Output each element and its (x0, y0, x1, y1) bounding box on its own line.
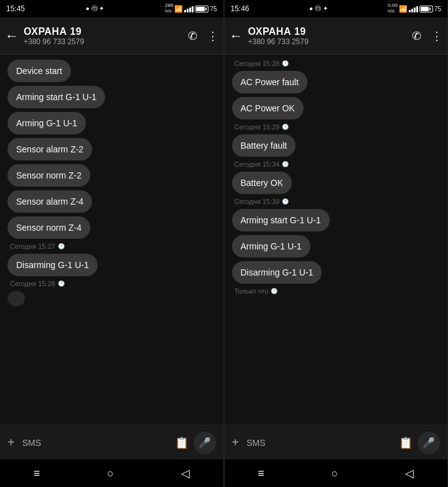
mic-button-right[interactable]: 🎤 (418, 432, 440, 454)
contact-name-left: ОХРАНА 19 (24, 26, 188, 37)
bottom-bar-right: + SMS 📋 🎤 (225, 425, 448, 460)
ts-icon-r1: 🕐 (282, 60, 289, 67)
msg-sensor-norm-z4: Sensor norm Z-4 (7, 216, 90, 239)
contact-info-right: ОХРАНА 19 +380 96 733 2579 (248, 26, 413, 46)
center-status-right: ● ⓜ ✦ (309, 4, 328, 13)
msg-arming-g1-r: Arming G-1 U-1 (232, 235, 310, 257)
attach-icon-left[interactable]: 📋 (175, 436, 189, 450)
msg-ac-power-fault: AC Power fault (232, 71, 307, 93)
battery-tip-left (205, 7, 207, 11)
ts-icon-1: 🕐 (58, 243, 65, 249)
plus-icon-right[interactable]: + (232, 435, 240, 450)
msg-sensor-alarm-z4: Sensor alarm Z-4 (7, 190, 92, 213)
nav-bar-right: ≡ ○ ◁ (225, 460, 448, 487)
ts-1527: Сегодня 15:27 🕐 (10, 243, 213, 250)
speed-left: 286n/s (165, 3, 173, 14)
bar3r (414, 7, 416, 12)
attach-icon-right[interactable]: 📋 (399, 436, 413, 450)
bar1 (184, 10, 186, 12)
msg-device-start: Device start (7, 60, 71, 82)
msg-arming-g1: Arming G-1 U-1 (7, 112, 86, 134)
ts-icon-r3: 🕐 (282, 161, 289, 167)
contact-info-left: ОХРАНА 19 +380 96 733 2579 (24, 26, 188, 46)
ts-1528: Сегодня 15:28 🕐 (10, 280, 213, 287)
mic-icon-left: 🎤 (198, 437, 211, 448)
battery-pct-right: 75 (434, 6, 441, 12)
msg-truncated (7, 291, 25, 306)
signal-bars-right (409, 5, 418, 12)
msg-disarming-g1: Disarming G-1 U-1 (7, 254, 98, 276)
battery-fill-right (421, 7, 429, 11)
msg-disarming-g1-r: Disarming G-1 U-1 (232, 261, 322, 284)
chat-header-right: ← ОХРАНА 19 +380 96 733 2579 ✆ ⋮ (225, 17, 448, 55)
msg-arming-start-g1: Arming start G-1 U-1 (7, 86, 105, 108)
bar4 (192, 6, 194, 12)
ts-icon-r5: 🕐 (271, 288, 278, 294)
msg-battery-ok: Battery OK (232, 172, 292, 194)
chat-header-left: ← ОХРАНА 19 +380 96 733 2579 ✆ ⋮ (0, 17, 223, 55)
nav-back-left[interactable]: ◁ (181, 466, 190, 480)
ts-just-now: Только что 🕐 (235, 287, 438, 295)
center-status-left: ● ⓜ ✦ (86, 4, 105, 13)
msg-ac-power-ok: AC Power OK (232, 97, 304, 119)
panel-right: 15:46 ● ⓜ ✦ 0,00n/s 📶 75 ← ОХРАНА 19 +38… (225, 0, 449, 487)
notification-dot-right: ● ⓜ ✦ (309, 4, 328, 13)
messages-area-right: Сегодня 15:28 🕐 AC Power fault AC Power … (225, 55, 448, 425)
nav-home-left[interactable]: ○ (107, 467, 114, 480)
contact-phone-right: +380 96 733 2579 (248, 37, 413, 46)
panel-left: 15:45 ● ⓜ ✦ 286n/s 📶 75 ← ОХРАНА 19 +380… (0, 0, 224, 487)
msg-sensor-norm-z2: Sensor norm Z-2 (7, 164, 90, 187)
ts-1529-r: Сегодня 15:29 🕐 (235, 123, 438, 131)
notification-dot-left: ● ⓜ ✦ (86, 4, 105, 13)
messages-area-left: Device start Arming start G-1 U-1 Arming… (0, 55, 223, 425)
status-bar-left: 15:45 ● ⓜ ✦ 286n/s 📶 75 (0, 0, 223, 17)
header-actions-right: ✆ ⋮ (412, 29, 442, 43)
bar4r (416, 6, 418, 12)
battery-right (419, 6, 433, 12)
call-icon-left[interactable]: ✆ (188, 29, 197, 43)
nav-home-right[interactable]: ○ (332, 467, 338, 480)
more-icon-right[interactable]: ⋮ (431, 29, 442, 43)
bar1r (409, 10, 411, 12)
back-button-right[interactable]: ← (230, 28, 243, 44)
bar3 (189, 7, 191, 12)
nav-menu-left[interactable]: ≡ (34, 467, 40, 480)
header-actions-left: ✆ ⋮ (188, 29, 218, 43)
status-bar-right: 15:46 ● ⓜ ✦ 0,00n/s 📶 75 (225, 0, 448, 17)
ts-1534-r: Сегодня 15:34 🕐 (235, 160, 438, 168)
speed-right: 0,00n/s (388, 3, 398, 14)
msg-arming-start-g1-r: Arming start G-1 U-1 (232, 209, 330, 231)
battery-left (195, 6, 208, 12)
mic-button-left[interactable]: 🎤 (194, 432, 216, 454)
time-left: 15:45 (6, 4, 25, 13)
ts-icon-2: 🕐 (58, 281, 65, 287)
contact-name-right: ОХРАНА 19 (248, 26, 413, 37)
sms-label-left[interactable]: SMS (20, 438, 170, 448)
sms-label-right[interactable]: SMS (244, 438, 394, 448)
battery-pct-left: 75 (210, 6, 217, 12)
contact-phone-left: +380 96 733 2579 (24, 37, 188, 46)
plus-icon-left[interactable]: + (7, 435, 15, 450)
bar2r (411, 9, 413, 12)
msg-battery-fault: Battery fault (232, 134, 296, 157)
nav-bar-left: ≡ ○ ◁ (0, 460, 223, 487)
nav-menu-right[interactable]: ≡ (258, 467, 264, 480)
wifi-icon-right: 📶 (399, 5, 408, 13)
ts-1528-r: Сегодня 15:28 🕐 (235, 60, 438, 67)
nav-back-right[interactable]: ◁ (405, 466, 414, 480)
ts-1539-r: Сегодня 15:39 🕐 (235, 198, 438, 205)
mic-icon-right: 🎤 (422, 437, 435, 448)
bar2 (187, 9, 189, 12)
back-button-left[interactable]: ← (5, 28, 19, 44)
ts-icon-r4: 🕐 (282, 198, 289, 205)
bottom-bar-left: + SMS 📋 🎤 (0, 425, 223, 460)
status-right-right: 0,00n/s 📶 75 (388, 3, 441, 14)
battery-fill-left (196, 7, 205, 11)
more-icon-left[interactable]: ⋮ (207, 29, 218, 43)
ts-icon-r2: 🕐 (282, 124, 289, 130)
status-right-left: 286n/s 📶 75 (165, 3, 217, 14)
call-icon-right[interactable]: ✆ (412, 29, 421, 43)
msg-sensor-alarm-z2: Sensor alarm Z-2 (7, 138, 92, 160)
time-right: 15:46 (231, 4, 250, 13)
wifi-icon-left: 📶 (174, 5, 183, 13)
